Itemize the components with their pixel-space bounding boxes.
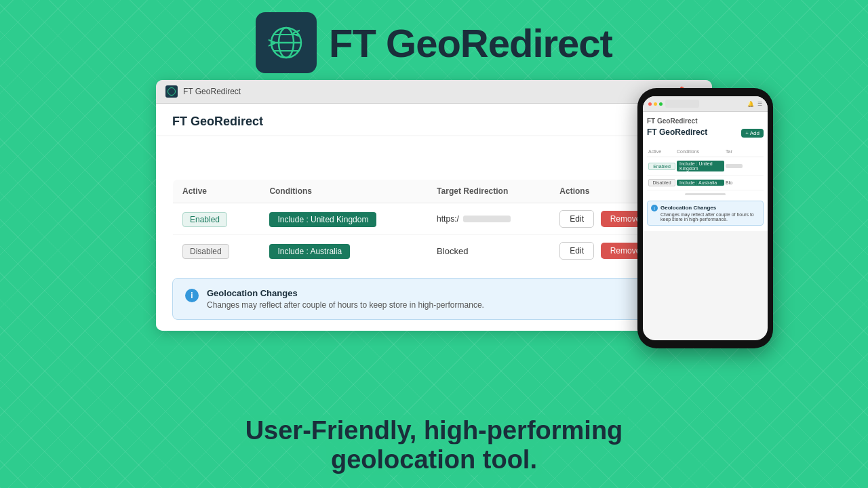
phone-uk-badge: Include : United Kingdom: [677, 161, 724, 171]
condition-uk-badge: Include : United Kingdom: [269, 212, 376, 227]
phone-blocked-text: Blo: [726, 180, 746, 185]
phone-page-title: FT GeoRedirect: [647, 117, 764, 125]
app-title: FT GeoRedirect: [329, 20, 612, 66]
browser-content: FT GeoRedirect + Add Active Conditions T…: [156, 104, 712, 331]
phone-url-bar-1: [726, 164, 743, 168]
phone-search-bar: [665, 100, 699, 108]
phone-disabled-badge: Disabled: [648, 179, 675, 186]
browser-title-text: FT GeoRedirect: [183, 87, 241, 96]
edit-button-2[interactable]: Edit: [559, 242, 594, 260]
phone-screen: 🔔 ☰ FT GeoRedirect FT GeoRedirect + Add …: [643, 96, 768, 340]
svg-text:<: <: [292, 26, 300, 41]
phone-content: FT GeoRedirect FT GeoRedirect + Add Acti…: [643, 112, 768, 231]
phone-tb-right: 🔔 ☰: [747, 101, 762, 107]
target-cell: https:/: [427, 203, 550, 235]
edit-button-1[interactable]: Edit: [559, 210, 594, 228]
phone-titlebar: 🔔 ☰: [643, 96, 768, 112]
condition-cell: Include : United Kingdom: [260, 203, 427, 235]
phone-info-text: Changes may reflect after couple of hour…: [660, 212, 760, 222]
tagline-area: User-Friendly, high-performing geolocati…: [0, 416, 868, 474]
target-text: Blocked: [437, 246, 468, 256]
info-content: Geolocation Changes Changes may reflect …: [207, 288, 484, 310]
phone-mockup: 🔔 ☰ FT GeoRedirect FT GeoRedirect + Add …: [637, 88, 773, 348]
phone-traffic-lights: [648, 102, 663, 106]
condition-au-badge: Include : Australia: [269, 244, 350, 259]
col-conditions: Conditions: [260, 180, 427, 203]
browser-window: FT GeoRedirect 📌 ··· FT GeoRedirect + Ad…: [156, 80, 712, 331]
phone-info-content: Geolocation Changes Changes may reflect …: [660, 205, 760, 222]
phone-au-badge: Include : Australia: [677, 180, 724, 186]
info-text: Changes may reflect after couple of hour…: [207, 300, 484, 310]
phone-bell-icon: 🔔: [747, 101, 754, 107]
condition-cell: Include : Australia: [260, 235, 427, 267]
url-display: https:/: [437, 214, 540, 224]
header: > < FT GeoRedirect: [0, 0, 868, 73]
logo-box: > <: [256, 12, 317, 73]
page-title: FT GeoRedirect: [172, 115, 696, 129]
browser-logo-icon: [165, 85, 178, 98]
maximize-dot: [659, 102, 663, 106]
info-icon: i: [185, 289, 199, 302]
page-body: + Add Active Conditions Target Redirecti…: [156, 136, 712, 331]
phone-table-row: Enabled Include : United Kingdom: [647, 157, 764, 176]
phone-info-box: i Geolocation Changes Changes may reflec…: [647, 201, 764, 226]
phone-info-title: Geolocation Changes: [660, 205, 760, 211]
browser-titlebar: FT GeoRedirect 📌 ···: [156, 80, 712, 104]
col-active: Active: [173, 180, 260, 203]
phone-table-header: Active Conditions Tar: [647, 146, 764, 157]
target-cell: Blocked: [427, 235, 550, 267]
info-box: i Geolocation Changes Changes may reflec…: [172, 278, 696, 320]
page-header: FT GeoRedirect: [156, 104, 712, 136]
tagline-line1: User-Friendly, high-performing: [240, 415, 629, 446]
tagline: User-Friendly, high-performing geolocati…: [240, 416, 629, 474]
col-target: Target Redirection: [427, 180, 550, 203]
active-cell: Disabled: [173, 235, 260, 267]
minimize-dot: [654, 102, 657, 106]
svg-text:>: >: [268, 35, 276, 50]
enabled-badge: Enabled: [182, 212, 227, 227]
tagline-line2: geolocation tool.: [326, 444, 542, 475]
phone-divider: [685, 193, 726, 195]
phone-app-title: FT GeoRedirect: [647, 127, 707, 137]
table-row: Disabled Include : Australia Blocked Edi…: [173, 235, 696, 267]
browser-title-left: FT GeoRedirect: [165, 85, 241, 98]
phone-outer: 🔔 ☰ FT GeoRedirect FT GeoRedirect + Add …: [637, 88, 773, 348]
phone-col-active: Active: [648, 149, 675, 154]
active-cell: Enabled: [173, 203, 260, 235]
close-dot: [648, 102, 652, 106]
url-bar: [463, 216, 511, 222]
table-row: Enabled Include : United Kingdom https:/: [173, 203, 696, 235]
phone-col-conditions: Conditions: [677, 149, 724, 154]
rules-table: Active Conditions Target Redirection Act…: [172, 179, 696, 267]
phone-info-icon: i: [651, 205, 658, 211]
phone-enabled-badge: Enabled: [648, 163, 675, 170]
disabled-badge: Disabled: [182, 244, 229, 259]
url-text: https:/: [437, 214, 459, 224]
phone-menu-icon: ☰: [757, 101, 762, 107]
info-title: Geolocation Changes: [207, 288, 484, 298]
phone-add-button[interactable]: + Add: [741, 129, 764, 138]
phone-col-target: Tar: [726, 149, 746, 154]
phone-table-row: Disabled Include : Australia Blo: [647, 176, 764, 190]
add-btn-row: + Add: [172, 147, 696, 168]
